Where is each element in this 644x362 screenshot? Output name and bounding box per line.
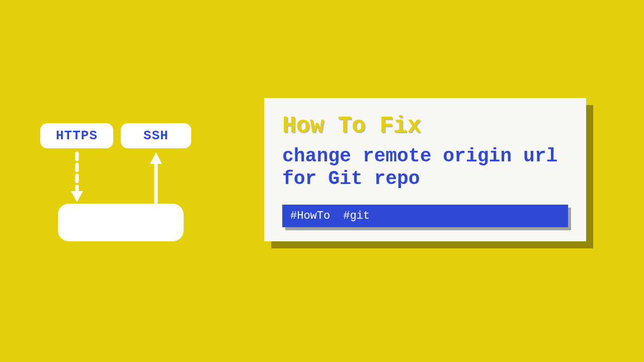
- ssh-label: SSH: [143, 128, 169, 143]
- https-pill: HTTPS: [40, 123, 113, 148]
- card-title: How To Fix: [282, 113, 568, 139]
- protocol-diagram: HTTPS SSH: [40, 123, 201, 244]
- tag-git: #git: [343, 210, 370, 222]
- svg-marker-1: [71, 191, 83, 202]
- info-card: How To Fix change remote origin url for …: [264, 98, 586, 241]
- arrow-up-icon: [148, 151, 164, 201]
- repo-box: [58, 204, 184, 241]
- tag-howto: #HowTo: [290, 210, 330, 222]
- card-subtitle: change remote origin url for Git repo: [282, 145, 568, 191]
- ssh-pill: SSH: [121, 123, 191, 148]
- tag-bar: #HowTo #git: [282, 205, 568, 227]
- https-label: HTTPS: [56, 128, 98, 143]
- svg-marker-3: [150, 152, 162, 164]
- arrow-down-icon: [69, 151, 85, 201]
